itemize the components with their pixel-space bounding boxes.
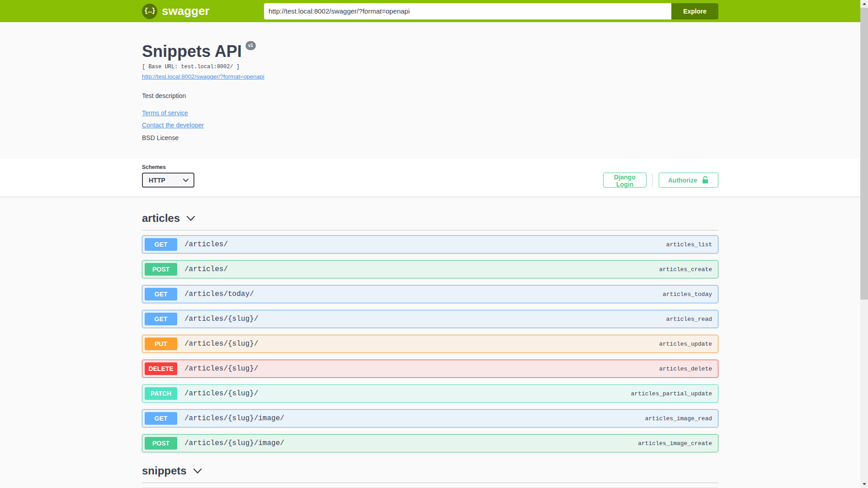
scheme-select[interactable]: HTTP — [142, 173, 194, 188]
auth-divider — [652, 173, 653, 187]
scrollbar-up-arrow-icon[interactable] — [860, 0, 868, 8]
method-badge: GET — [145, 238, 177, 251]
operation-id: articles_delete — [659, 366, 716, 372]
operation-row[interactable]: GET /articles/{slug}/ articles_read — [142, 310, 718, 328]
operation-list: GET /articles/ articles_list POST /artic… — [142, 235, 718, 452]
page-title: Snippets API v1 — [142, 42, 718, 61]
topbar: {…} swagger Explore — [0, 0, 868, 22]
operations-area: articles GET /articles/ articles_list PO… — [142, 197, 718, 488]
schemes-block: Schemes HTTP — [142, 164, 194, 188]
method-badge: DELETE — [145, 362, 177, 375]
operation-path: /articles/{slug}/ — [184, 340, 258, 348]
explore-button[interactable]: Explore — [671, 3, 718, 19]
swagger-logo: {…} swagger — [142, 4, 210, 19]
section-title: snippets — [142, 465, 187, 477]
operation-path: /articles/ — [184, 240, 228, 249]
operation-row[interactable]: GET /articles/today/ articles_today — [142, 285, 718, 303]
api-info-section: Snippets API v1 [ Base URL: test.local:8… — [0, 22, 868, 159]
operation-id: articles_partial_update — [631, 390, 716, 397]
section-header-snippets[interactable]: snippets — [142, 459, 718, 483]
method-badge: POST — [145, 263, 177, 276]
base-url-text: [ Base URL: test.local:8002/ ] — [142, 64, 718, 70]
operation-id: articles_today — [663, 291, 716, 298]
operation-id: articles_create — [659, 266, 716, 273]
swagger-logo-text: swagger — [162, 4, 210, 18]
vertical-scrollbar[interactable] — [860, 0, 868, 488]
swagger-braces-icon: {…} — [142, 4, 157, 19]
scheme-selected-value: HTTP — [149, 177, 165, 184]
section-header-articles[interactable]: articles — [142, 206, 718, 230]
license-text: BSD License — [142, 134, 718, 141]
operation-id: articles_read — [666, 316, 716, 323]
scrollbar-down-arrow-icon[interactable] — [860, 480, 868, 488]
method-badge: GET — [145, 412, 177, 425]
schemes-label: Schemes — [142, 164, 194, 170]
operation-row[interactable]: GET /articles/{slug}/image/ articles_ima… — [142, 409, 718, 427]
section-title: articles — [142, 212, 180, 225]
operation-path: /articles/{slug}/image/ — [184, 439, 284, 447]
api-description: Test description — [142, 92, 718, 99]
spec-url-form: Explore — [264, 3, 718, 19]
operation-path: /articles/{slug}/ — [184, 389, 258, 398]
operation-id: articles_image_create — [638, 440, 716, 447]
section-chevron-down-icon — [186, 216, 195, 221]
operation-row[interactable]: GET /articles/ articles_list — [142, 235, 718, 253]
django-login-button[interactable]: Django Login — [603, 173, 646, 188]
method-badge: POST — [145, 437, 177, 450]
operation-row[interactable]: POST /articles/ articles_create — [142, 260, 718, 278]
operation-path: /articles/{slug}/ — [184, 365, 258, 373]
operation-id: articles_image_read — [645, 415, 716, 422]
authorize-button[interactable]: Authorize — [659, 173, 718, 188]
operation-path: /articles/{slug}/ — [184, 315, 258, 323]
terms-of-service-link[interactable]: Terms of service — [142, 109, 188, 117]
operation-path: /articles/ — [184, 265, 228, 273]
auth-wrapper: Django Login Authorize — [603, 173, 718, 188]
method-badge: PATCH — [145, 387, 177, 400]
contact-developer-link[interactable]: Contact the developer — [142, 122, 204, 129]
api-title-text: Snippets API — [142, 42, 242, 61]
method-badge: PUT — [145, 338, 177, 350]
scheme-bar: Schemes HTTP Django Login Authorize — [0, 159, 868, 197]
operation-row[interactable]: DELETE /articles/{slug}/ articles_delete — [142, 360, 718, 378]
operation-row[interactable]: PATCH /articles/{slug}/ articles_partial… — [142, 385, 718, 403]
unlocked-padlock-icon — [702, 176, 709, 184]
api-section: snippets GET /snippets/ snippets_list — [142, 459, 718, 488]
operation-id: articles_update — [659, 341, 716, 347]
authorize-button-label: Authorize — [668, 177, 698, 184]
operation-row[interactable]: POST /articles/{slug}/image/ articles_im… — [142, 434, 718, 452]
method-badge: GET — [145, 288, 177, 300]
api-section: articles GET /articles/ articles_list PO… — [142, 206, 718, 452]
method-badge: GET — [145, 313, 177, 325]
operation-path: /articles/{slug}/image/ — [184, 414, 284, 422]
operation-row[interactable]: PUT /articles/{slug}/ articles_update — [142, 335, 718, 353]
spec-url-input[interactable] — [264, 3, 671, 19]
scrollbar-thumb[interactable] — [860, 8, 868, 300]
version-badge: v1 — [245, 41, 256, 50]
operation-path: /articles/today/ — [184, 290, 254, 298]
operation-id: articles_list — [666, 241, 716, 248]
spec-link[interactable]: http://test.local:8002/swagger/?format=o… — [142, 73, 264, 80]
section-chevron-down-icon — [193, 468, 202, 474]
select-chevron-down-icon — [183, 178, 189, 182]
